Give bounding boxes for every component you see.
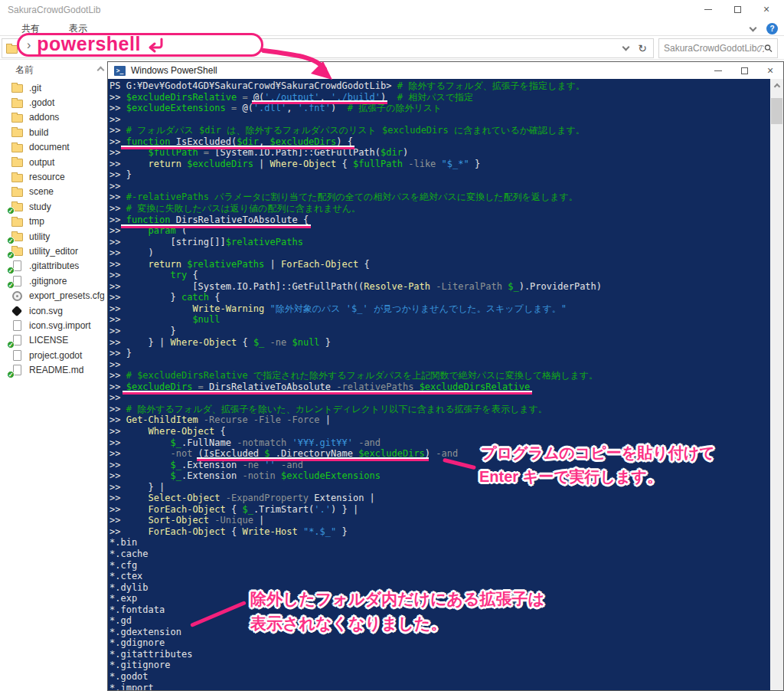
breadcrumb-item[interactable]: SakuraCrowd — [90, 43, 145, 54]
file-name: addons — [29, 112, 59, 123]
terminal-line: *.gitignore — [109, 660, 783, 671]
list-item[interactable]: ✓README.md — [11, 362, 107, 377]
file-icon: ✓ — [11, 335, 23, 346]
terminal-line: >> — [109, 392, 783, 404]
ribbon-tab[interactable]: 共有 — [21, 22, 40, 35]
scroll-up-button[interactable] — [770, 79, 783, 92]
file-icon: ✓ — [11, 275, 23, 287]
breadcrumb-chevron-icon: › — [151, 43, 154, 54]
list-item[interactable]: tmp — [11, 215, 107, 229]
list-item[interactable]: output — [11, 155, 107, 169]
terminal-output[interactable]: PS G:¥Dev¥Godot4GD¥SakuraCrowd¥SakuraCro… — [108, 79, 783, 690]
file-name: .gitattributes — [29, 260, 79, 271]
list-item[interactable]: .godot — [11, 95, 107, 110]
powershell-window: >_ Windows PowerShell × PS G:¥Dev¥Godot4… — [107, 61, 784, 691]
folder-icon — [11, 172, 23, 183]
gear-icon — [11, 290, 23, 302]
file-name: utility_editor — [29, 246, 78, 257]
powershell-maximize-button[interactable] — [731, 62, 757, 79]
sort-ascending-icon — [97, 67, 105, 74]
terminal-line: >> } — [109, 326, 783, 337]
breadcrumb-chevron-icon: › — [23, 43, 26, 54]
address-dropdown-chevron-icon[interactable] — [622, 44, 630, 51]
file-name: output — [29, 157, 54, 168]
terminal-line: >> # $excludeDirsRelative で指定された除外するフォルダ… — [109, 370, 783, 382]
terminal-line: >> Write-Warning "除外対象のパス '$_' が見つかりませんで… — [109, 303, 783, 315]
terminal-line: *.cache — [109, 549, 783, 560]
checkmark-overlay-icon: ✓ — [7, 341, 15, 349]
list-item[interactable]: build — [11, 125, 107, 139]
breadcrumb-item[interactable]: Godot4GD — [31, 43, 75, 54]
powershell-window-title: Windows PowerShell — [131, 65, 217, 76]
address-folder-icon — [5, 43, 18, 54]
address-bar[interactable]: ›Godot4GD›SakuraCrowd›SakuraCrowdGodotLi… — [2, 38, 654, 58]
powershell-minimize-button[interactable] — [705, 62, 731, 79]
explorer-close-button[interactable]: × — [752, 0, 781, 18]
file-icon: ✓ — [11, 260, 23, 272]
folder-icon — [11, 126, 23, 138]
minimize-icon — [714, 70, 722, 71]
terminal-line: >> # 除外するフォルダ、拡張子を除いた、カレントディレクトリ以下に含まれる拡… — [109, 404, 783, 415]
refresh-icon[interactable]: ↻ — [638, 43, 647, 54]
list-item[interactable]: .git — [11, 80, 107, 95]
inkscape-icon — [11, 305, 23, 316]
search-input[interactable]: SakuraCrowdGodotLibの... — [658, 38, 778, 58]
list-item[interactable]: addons — [11, 110, 107, 125]
ribbon-collapse-chevron-icon[interactable] — [750, 24, 757, 31]
terminal-line: PS G:¥Dev¥Godot4GD¥SakuraCrowd¥SakuraCro… — [109, 80, 783, 92]
folder-icon — [11, 82, 23, 93]
terminal-line: >> $_.Extension -ne '' -and — [109, 460, 783, 471]
terminal-line: *.ctex — [109, 571, 783, 582]
list-item[interactable]: ✓LICENSE — [11, 333, 107, 348]
file-name: export_presets.cfg — [29, 290, 105, 301]
terminal-line: >> $excludeDirs = DirsRelativeToAbsolute… — [109, 382, 783, 393]
terminal-line: >> [string[]]$relativePaths — [109, 237, 783, 248]
terminal-line: >> $excludeExtensions = @('.dll', '.fnt'… — [109, 103, 783, 114]
terminal-line: >> param ( — [109, 225, 783, 237]
file-name: README.md — [29, 365, 83, 375]
folder-icon — [11, 142, 23, 153]
help-icon[interactable]: ? — [766, 23, 778, 34]
folder-icon — [11, 186, 23, 198]
scrollbar-thumb[interactable] — [771, 98, 782, 124]
list-item[interactable]: ✓study — [11, 199, 107, 214]
terminal-line: *.gd — [109, 615, 783, 627]
list-item[interactable]: icon.svg — [11, 303, 107, 318]
list-item[interactable]: scene — [11, 185, 107, 199]
terminal-scrollbar[interactable] — [770, 79, 783, 690]
terminal-line: *.import — [109, 683, 783, 690]
terminal-line: >> $_.Extension -notin $excludeExtension… — [109, 470, 783, 482]
terminal-line: >> ForEach-Object { $_.TrimStart('.') } … — [109, 504, 783, 516]
column-header-name[interactable]: 名前 — [0, 61, 107, 77]
list-item[interactable]: resource — [11, 169, 107, 184]
breadcrumb-item[interactable]: SakuraCrowdGodotLib — [159, 43, 252, 54]
close-icon: × — [763, 4, 769, 15]
search-text: SakuraCrowdGodotLibの... — [664, 42, 764, 55]
terminal-line: *.bin — [109, 537, 783, 549]
terminal-line: >> Select-Object -ExpandProperty Extensi… — [109, 493, 783, 504]
explorer-maximize-button[interactable] — [723, 0, 752, 18]
breadcrumb: ›Godot4GD›SakuraCrowd›SakuraCrowdGodotLi… — [18, 43, 253, 54]
file-name: project.godot — [29, 350, 82, 361]
list-item[interactable]: icon.svg.import — [11, 318, 107, 332]
list-item[interactable]: ✓.gitignore — [11, 273, 107, 288]
powershell-close-button[interactable]: × — [757, 62, 783, 79]
terminal-line: *.cfg — [109, 560, 783, 571]
list-item[interactable]: ✓utility — [11, 229, 107, 244]
maximize-icon — [734, 6, 741, 13]
list-item[interactable]: ✓utility_editor — [11, 244, 107, 258]
list-item[interactable]: ✓.gitattributes — [11, 259, 107, 273]
terminal-line: *.gitattributes — [109, 649, 783, 660]
terminal-line: >> Get-ChildItem -Recurse -File -Force | — [109, 414, 783, 426]
minimize-icon — [704, 9, 712, 10]
list-item[interactable]: project.godot — [11, 348, 107, 362]
terminal-line: >> # フォルダパス $dir は、除外するフォルダパスのリスト $exclu… — [109, 125, 783, 136]
file-name: document — [29, 142, 70, 152]
file-name: .git — [29, 83, 41, 93]
file-icon — [11, 319, 23, 331]
list-item[interactable]: document — [11, 140, 107, 155]
list-item[interactable]: export_presets.cfg — [11, 288, 107, 303]
ribbon-tab[interactable]: 表示 — [69, 22, 87, 35]
powershell-titlebar[interactable]: >_ Windows PowerShell × — [108, 62, 783, 79]
explorer-minimize-button[interactable] — [694, 0, 723, 18]
